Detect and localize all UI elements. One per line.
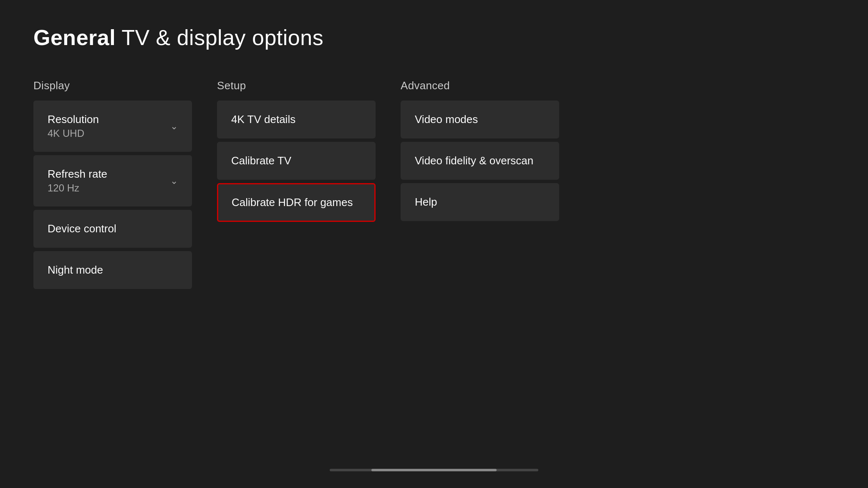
column-header-advanced: Advanced	[401, 79, 559, 92]
scrollbar[interactable]	[330, 469, 538, 471]
menu-item-content-calibrate-hdr: Calibrate HDR for games	[232, 196, 353, 209]
menu-item-label-video-modes: Video modes	[415, 113, 478, 126]
page-title-bold: General	[33, 25, 116, 50]
menu-item-device-control[interactable]: Device control	[33, 210, 192, 248]
menu-item-label-4k-tv-details: 4K TV details	[231, 113, 295, 126]
column-display: DisplayResolution4K UHD⌄Refresh rate120 …	[33, 79, 192, 292]
menu-item-content-video-fidelity: Video fidelity & overscan	[415, 154, 533, 167]
menu-item-label-help: Help	[415, 196, 437, 209]
menu-item-value-resolution: 4K UHD	[48, 128, 99, 139]
menu-item-calibrate-tv[interactable]: Calibrate TV	[217, 142, 376, 180]
columns-container: DisplayResolution4K UHD⌄Refresh rate120 …	[33, 79, 835, 292]
chevron-down-icon: ⌄	[170, 176, 178, 186]
menu-item-content-resolution: Resolution4K UHD	[48, 113, 99, 139]
menu-item-label-night-mode: Night mode	[48, 264, 103, 277]
page-title-normal: TV & display options	[116, 25, 323, 50]
menu-item-label-resolution: Resolution	[48, 113, 99, 126]
menu-item-content-4k-tv-details: 4K TV details	[231, 113, 295, 126]
menu-item-label-video-fidelity: Video fidelity & overscan	[415, 154, 533, 167]
menu-item-refresh-rate[interactable]: Refresh rate120 Hz⌄	[33, 155, 192, 206]
menu-item-content-refresh-rate: Refresh rate120 Hz	[48, 168, 107, 194]
menu-item-content-help: Help	[415, 196, 437, 209]
menu-item-content-video-modes: Video modes	[415, 113, 478, 126]
menu-item-content-night-mode: Night mode	[48, 264, 103, 277]
menu-item-video-fidelity[interactable]: Video fidelity & overscan	[401, 142, 559, 180]
menu-item-resolution[interactable]: Resolution4K UHD⌄	[33, 101, 192, 152]
menu-item-content-calibrate-tv: Calibrate TV	[231, 154, 291, 167]
column-header-setup: Setup	[217, 79, 376, 92]
scrollbar-thumb	[371, 469, 497, 471]
column-header-display: Display	[33, 79, 192, 92]
column-setup: Setup4K TV detailsCalibrate TVCalibrate …	[217, 79, 376, 225]
menu-item-content-device-control: Device control	[48, 222, 116, 235]
chevron-down-icon: ⌄	[170, 121, 178, 132]
menu-item-label-refresh-rate: Refresh rate	[48, 168, 107, 181]
menu-item-label-calibrate-hdr: Calibrate HDR for games	[232, 196, 353, 209]
column-advanced: AdvancedVideo modesVideo fidelity & over…	[401, 79, 559, 224]
page-container: General TV & display options DisplayReso…	[0, 0, 868, 488]
menu-item-night-mode[interactable]: Night mode	[33, 251, 192, 289]
menu-item-label-device-control: Device control	[48, 222, 116, 235]
menu-item-4k-tv-details[interactable]: 4K TV details	[217, 101, 376, 138]
menu-item-help[interactable]: Help	[401, 183, 559, 221]
menu-item-label-calibrate-tv: Calibrate TV	[231, 154, 291, 167]
menu-item-video-modes[interactable]: Video modes	[401, 101, 559, 138]
menu-item-value-refresh-rate: 120 Hz	[48, 182, 107, 194]
page-title: General TV & display options	[33, 25, 835, 50]
menu-item-calibrate-hdr[interactable]: Calibrate HDR for games	[217, 183, 376, 222]
